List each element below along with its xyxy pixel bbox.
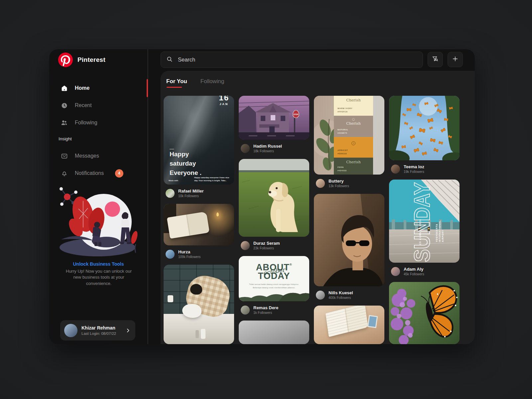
promo-text: Hurry Up! Now you can unlock our new bus… xyxy=(63,268,135,287)
swatch-warm-ivory: Cherish WARM IVORY#FFEFC8 xyxy=(334,96,373,116)
tab-following[interactable]: Following xyxy=(200,78,224,88)
pin-author-row[interactable]: Hurza 109k Followers xyxy=(164,245,234,265)
pin-author-row[interactable]: Duraz Seram 23k Followers xyxy=(239,237,309,256)
search-input[interactable] xyxy=(178,57,417,63)
sidebar-nav: Home Recent Following xyxy=(49,79,148,131)
pin-monarch-butterfly[interactable] xyxy=(389,282,460,344)
pin-author-row[interactable]: Remas Dere 1k Followers xyxy=(239,301,309,321)
svg-text:AIRPORT: AIRPORT xyxy=(442,230,444,242)
palette-swatches: Cherish WARM IVORY#FFEFC8 Cherish NATURA… xyxy=(334,96,373,175)
swatch-natural: Cherish NATURAL#A59E74 xyxy=(334,116,373,137)
pin-cherish-palette[interactable]: Cherish WARM IVORY#FFEFC8 Cherish NATURA… xyxy=(314,96,384,175)
sidebar-item-following[interactable]: Following xyxy=(49,114,148,131)
sidebar-item-label: Following xyxy=(75,120,97,126)
pin-portrait[interactable] xyxy=(314,194,384,286)
svg-text:SUNDAY: SUNDAY xyxy=(410,182,434,262)
pin-user-followers: 23k Followers xyxy=(253,246,280,250)
app-window: Pinterest Home Recent Following xyxy=(49,49,475,344)
sidebar-insight-nav: Messages Notifications 4 xyxy=(49,147,148,182)
notifications-badge: 4 xyxy=(115,169,123,178)
pin-made-with: Made with xyxy=(169,180,178,182)
avatar xyxy=(241,144,250,153)
svg-text:YOGYAKARTA: YOGYAKARTA xyxy=(436,224,438,242)
pin-man-with-cat[interactable] xyxy=(164,265,234,344)
pin-user-followers: 19k Followers xyxy=(404,170,424,174)
pin-puppy[interactable] xyxy=(239,159,309,237)
sidebar-item-notifications[interactable]: Notifications 4 xyxy=(49,165,148,182)
pin-author-row[interactable]: Nills Kuesel 400k Followers xyxy=(314,286,384,306)
pin-sunday-airport[interactable]: SUNDAY 23 AUGUST 2020 YOGYAKARTA INTERNA… xyxy=(389,180,460,263)
search-icon xyxy=(166,56,173,64)
pin-user-name: Nills Kuesel xyxy=(329,290,353,296)
pin-user-name: Remas Dere xyxy=(253,305,278,311)
home-icon xyxy=(60,85,68,92)
pin-user-followers: 1k Followers xyxy=(253,311,278,315)
sidebar-item-label: Home xyxy=(75,85,89,91)
plus-icon xyxy=(452,55,459,64)
pin-title: Happy saturday Everyone . xyxy=(170,150,201,178)
pin-books-candle[interactable] xyxy=(164,204,234,245)
cat-shape xyxy=(182,304,201,318)
avatar xyxy=(241,241,250,250)
user-card[interactable]: Khizar Rehman Last Login: 08/07/22 xyxy=(60,320,135,340)
pin-book-on-bed[interactable] xyxy=(314,306,384,344)
logo-row: Pinterest xyxy=(58,53,105,67)
sidebar-item-messages[interactable]: Messages xyxy=(49,147,148,165)
people-icon xyxy=(60,119,68,126)
pin-user-followers: 400k Followers xyxy=(329,296,353,300)
svg-text:INTERNATIONAL: INTERNATIONAL xyxy=(439,220,441,242)
sidebar-item-label: Notifications xyxy=(75,170,104,176)
pin-user-followers: 109k Followers xyxy=(178,255,200,259)
filter-search-icon xyxy=(432,55,439,64)
avatar xyxy=(391,165,400,174)
user-last-login: Last Login: 08/07/22 xyxy=(81,332,116,335)
pin-gray-photo[interactable] xyxy=(239,321,309,344)
filter-button[interactable] xyxy=(428,52,443,67)
sidebar-section-insight: Insight xyxy=(59,136,72,141)
head-shape xyxy=(190,284,202,295)
avatar xyxy=(316,291,325,300)
pin-author-row[interactable]: Hadim Russel 18k Followers xyxy=(239,140,309,159)
main-panel: For You Following 16 JAN — Happy saturda… xyxy=(161,71,475,344)
treeline-shape xyxy=(239,289,309,301)
pin-author-row[interactable]: Rafael Miller 10k Followers xyxy=(164,185,234,204)
pin-butterfly-swarm[interactable] xyxy=(389,96,460,160)
grid-column-2: STOP Hadim Russel 18k Followers xyxy=(239,96,309,344)
unlock-business-tools-link[interactable]: Unlock Business Tools xyxy=(49,261,148,267)
pin-user-name: Teema loz xyxy=(404,164,424,170)
pin-author-row[interactable]: Teema loz 19k Followers xyxy=(389,160,460,180)
tab-for-you[interactable]: For You xyxy=(166,78,187,88)
pin-grid: 16 JAN — Happy saturday Everyone . Made … xyxy=(164,96,460,344)
pin-user-name: Rafael Miller xyxy=(178,189,204,194)
pin-house-dusk[interactable]: STOP xyxy=(239,96,309,140)
add-pin-button[interactable] xyxy=(448,52,463,67)
pin-caption: Happy saturday everyone I have nice day.… xyxy=(194,176,231,182)
photo-card-shape xyxy=(367,315,378,328)
avatar xyxy=(391,267,400,276)
swatch-apricot: ? APRICOT#E09132 xyxy=(334,137,373,158)
avatar xyxy=(241,306,250,315)
avatar xyxy=(316,179,325,188)
svg-text:STOP: STOP xyxy=(294,113,299,115)
search-bar xyxy=(161,52,423,68)
sidebar: Pinterest Home Recent Following xyxy=(49,49,148,344)
pin-user-name: Adam Aly xyxy=(404,267,424,272)
sidebar-item-label: Messages xyxy=(75,153,99,159)
pin-author-row[interactable]: Adam Aly 45k Followers xyxy=(389,263,460,282)
pin-user-name: Hurza xyxy=(178,249,200,255)
avatar xyxy=(64,324,77,337)
feed-tabs: For You Following xyxy=(161,71,475,88)
pin-user-followers: 18k Followers xyxy=(253,149,282,153)
candle-flame-shape xyxy=(216,212,219,216)
sidebar-item-home[interactable]: Home xyxy=(49,79,148,97)
about-today-text: ABOUT® TODAY october Tidak semua badai d… xyxy=(239,256,309,289)
pin-author-row[interactable]: Buttery 13k Followers xyxy=(314,175,384,194)
chevron-right-icon[interactable] xyxy=(125,328,131,333)
sidebar-item-recent[interactable]: Recent xyxy=(49,97,148,114)
pin-user-followers: 13k Followers xyxy=(329,184,349,188)
pin-about-today[interactable]: ABOUT® TODAY october Tidak semua badai d… xyxy=(239,256,309,301)
app-title: Pinterest xyxy=(77,56,105,64)
pin-happy-saturday[interactable]: 16 JAN — Happy saturday Everyone . Made … xyxy=(164,96,234,185)
bottle-shape xyxy=(196,330,199,338)
ring-glyph: ? xyxy=(351,141,355,145)
